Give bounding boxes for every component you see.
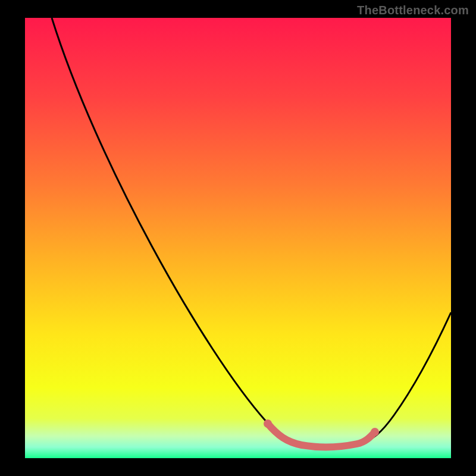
optimal-range-start-dot <box>264 419 272 428</box>
optimal-range-end-dot <box>371 428 379 436</box>
optimal-range-highlight <box>268 424 375 447</box>
plot-area <box>25 18 451 458</box>
curve-path <box>52 18 451 447</box>
watermark-text: TheBottleneck.com <box>357 4 469 17</box>
chart-frame: TheBottleneck.com <box>0 0 476 476</box>
bottleneck-curve <box>25 18 451 458</box>
